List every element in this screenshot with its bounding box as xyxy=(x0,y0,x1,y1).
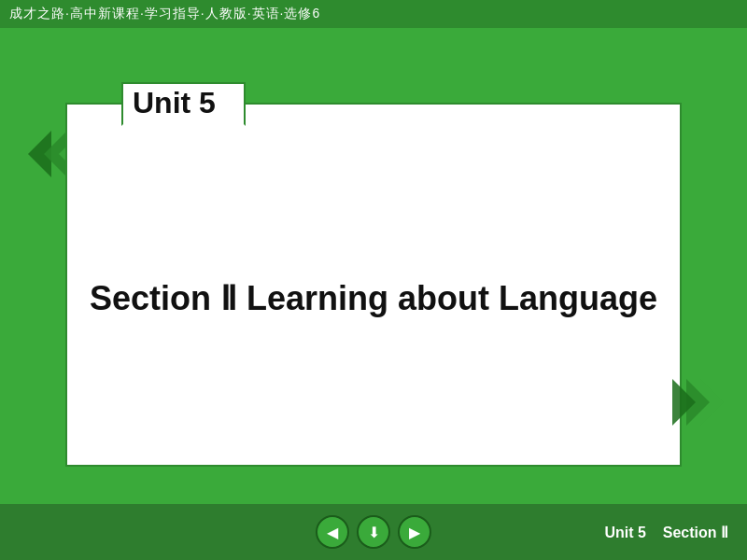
home-button[interactable]: ⬇ xyxy=(357,515,390,549)
unit-title-box: Unit 5 xyxy=(65,82,246,126)
unit-title-inner: Unit 5 xyxy=(121,82,246,126)
prev-icon: ◀ xyxy=(327,524,338,541)
nav-buttons: ◀ ⬇ ▶ xyxy=(316,515,431,549)
footer-section: Section Ⅱ xyxy=(663,525,728,540)
footer-label: Unit 5 Section Ⅱ xyxy=(605,524,728,541)
next-button[interactable]: ▶ xyxy=(398,515,431,549)
home-icon: ⬇ xyxy=(368,524,380,541)
prev-button[interactable]: ◀ xyxy=(316,515,349,549)
header-title: 成才之路·高中新课程·学习指导·人教版·英语·选修6 xyxy=(9,6,320,22)
bottom-nav-bar: ◀ ⬇ ▶ Unit 5 Section Ⅱ xyxy=(0,504,747,560)
content-card-wrapper: Unit 5 Section Ⅱ Learning about Language xyxy=(65,103,682,467)
top-header-bar: 成才之路·高中新课程·学习指导·人教版·英语·选修6 xyxy=(0,0,747,28)
right-chevron-decoration xyxy=(663,374,733,434)
footer-unit: Unit 5 xyxy=(605,525,646,540)
unit-title: Unit 5 xyxy=(133,86,216,119)
section-text-container: Section Ⅱ Learning about Language xyxy=(67,279,680,318)
content-card: Section Ⅱ Learning about Language xyxy=(65,103,682,467)
next-icon: ▶ xyxy=(409,524,420,541)
main-area: Unit 5 Section Ⅱ Learning about Language xyxy=(0,28,747,504)
section-title: Section Ⅱ Learning about Language xyxy=(90,279,657,317)
